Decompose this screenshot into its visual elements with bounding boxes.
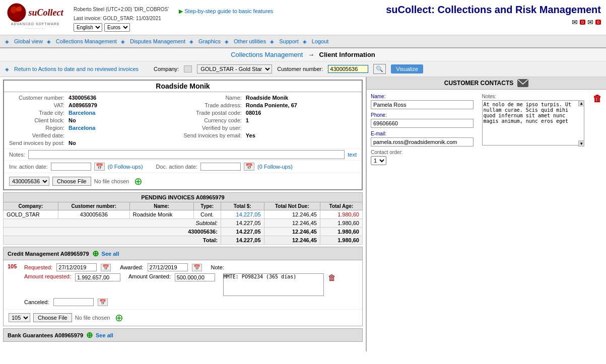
- customer-info-box: Roadside Monik Customer number: 43000563…: [3, 80, 363, 190]
- choose-file-button-2[interactable]: Choose File: [33, 313, 72, 322]
- contact-order-label: Contact order:: [371, 150, 479, 155]
- contact-order-select[interactable]: 1: [371, 156, 386, 165]
- nav-arrow-2: ◈: [47, 39, 51, 44]
- trade-city-value: Barcelona: [69, 110, 179, 116]
- col-company: Company:: [4, 202, 58, 210]
- client-block-label: Client block:: [9, 117, 64, 123]
- guarantees-header: Bank Guarantees A08965979 ⊕ See all: [3, 328, 363, 342]
- guarantees-add-icon[interactable]: ⊕: [86, 330, 93, 340]
- verified-by-user-value: [246, 125, 357, 131]
- contact-notes-textarea[interactable]: At nolo de me ipso turpis. Ut nullam cur…: [482, 100, 585, 145]
- return-link[interactable]: Return to Actions to date and no reviewe…: [14, 66, 139, 72]
- inv-action-date-input[interactable]: [51, 163, 91, 171]
- nav-disputes[interactable]: Disputes Management: [126, 37, 189, 45]
- followup-2[interactable]: (0 Follow-ups): [257, 164, 293, 170]
- contacts-email-icon[interactable]: [517, 79, 528, 87]
- language-select[interactable]: English: [74, 23, 102, 32]
- awarded-calendar[interactable]: 📅: [192, 264, 202, 271]
- customer-fields: Customer number: 430005636 Name: Roadsid…: [4, 92, 362, 149]
- canceled-input[interactable]: [53, 298, 94, 306]
- notes-label: Notes:: [9, 152, 25, 158]
- credit-row: 105 Requested: 📅 Awarded: 📅 Not: [4, 260, 362, 309]
- badge-1: 0: [580, 20, 585, 25]
- grand-total-age: 1.980,60: [320, 236, 362, 245]
- contact-email-input[interactable]: [371, 137, 474, 147]
- logo: suCollect ADVANCED SOFTWARE ..........­.…: [5, 3, 65, 29]
- subtotal-age: 1.980,60: [320, 219, 362, 228]
- calendar-icon-2[interactable]: 📅: [244, 163, 254, 171]
- trade-address-label: Trade address:: [183, 102, 242, 108]
- step-guide[interactable]: ▶ Step-by-step guide to basic features: [179, 8, 273, 15]
- calendar-icon-1[interactable]: 📅: [94, 163, 105, 171]
- requested-input[interactable]: [56, 263, 97, 271]
- trade-city-label: Trade city:: [9, 110, 64, 116]
- amount-requested-input[interactable]: [75, 273, 120, 281]
- credit-delete-icon[interactable]: 🗑: [328, 273, 336, 282]
- subtotal-label: Subtotal:: [4, 219, 221, 228]
- notes-scroll-up[interactable]: ▲: [578, 100, 584, 106]
- credit-see-all[interactable]: See all: [102, 251, 119, 257]
- nav-other-utilities[interactable]: Other utilities: [230, 37, 270, 45]
- credit-header: Credit Management A08965979 ⊕ See all: [4, 247, 362, 260]
- name-value: Roadside Monik: [246, 95, 357, 101]
- customer-box-title: Roadside Monik: [4, 81, 362, 92]
- row-name: Roadside Monik: [129, 210, 193, 219]
- return-icon: ◈: [5, 66, 9, 72]
- file-select-2[interactable]: 105: [9, 313, 30, 322]
- client-block-value: No: [69, 117, 179, 123]
- requested-label: Requested:: [24, 264, 52, 270]
- contact-delete-icon[interactable]: 🗑: [593, 94, 602, 104]
- file-select-1[interactable]: 430005636: [9, 177, 49, 186]
- currency-select[interactable]: Euros: [104, 23, 130, 32]
- col-age: Total Age:: [320, 202, 362, 210]
- breadcrumb-link[interactable]: Collections Management: [231, 51, 303, 58]
- col-name: Name:: [129, 202, 193, 210]
- guarantees-see-all[interactable]: See all: [96, 332, 113, 338]
- upload-icon-2[interactable]: ⊕: [115, 312, 123, 324]
- customer-number-label-grid: Customer number:: [9, 95, 64, 101]
- contact-notes-field: Notes: At nolo de me ipso turpis. Ut nul…: [482, 94, 590, 147]
- requested-calendar[interactable]: 📅: [101, 264, 111, 271]
- region-value: Barcelona: [69, 125, 179, 131]
- contacts-body: 🗑 Name: Phone: E-mail:: [367, 90, 606, 169]
- note-textarea[interactable]: MMTE: PO98234 (365 días): [223, 273, 324, 296]
- amount-granted-input[interactable]: [175, 273, 215, 281]
- awarded-input[interactable]: [148, 263, 188, 271]
- customer-total-total: 14.227,05: [221, 228, 264, 236]
- canceled-calendar[interactable]: 📅: [98, 299, 108, 306]
- left-panel: Roadside Monik Customer number: 43000563…: [0, 77, 367, 351]
- nav-logout[interactable]: Logout: [308, 37, 333, 45]
- upload-icon-1[interactable]: ⊕: [134, 175, 143, 187]
- nav-support[interactable]: Support: [275, 37, 303, 45]
- breadcrumb-current: Client Information: [319, 51, 375, 58]
- search-button[interactable]: 🔍: [373, 64, 386, 74]
- guide-text: Step-by-step guide to basic features: [184, 8, 273, 14]
- customer-total-row: 430005636: 14.227,05 12.246,45 1.980,60: [4, 228, 363, 236]
- text-button[interactable]: text: [348, 152, 357, 158]
- company-select[interactable]: GOLD_STAR - Gold Star: [197, 64, 272, 74]
- nav-global-view[interactable]: Global view: [10, 37, 47, 45]
- credit-title: Credit Management A08965979: [8, 251, 89, 257]
- choose-file-button-1[interactable]: Choose File: [52, 177, 91, 186]
- customer-number-input[interactable]: [328, 65, 368, 73]
- visualize-button[interactable]: Visualize: [391, 64, 423, 74]
- contacts-title: CUSTOMER CONTACTS: [444, 80, 514, 87]
- nav-graphics[interactable]: Graphics: [194, 37, 225, 45]
- notes-scroll-down[interactable]: ▼: [578, 140, 584, 147]
- pending-invoices-header: PENDING INVOICES A08965979: [3, 192, 363, 202]
- doc-action-date-input[interactable]: [200, 163, 241, 171]
- contact-phone-input[interactable]: [371, 119, 474, 128]
- send-email-value: Yes: [246, 132, 357, 138]
- notes-input[interactable]: [28, 150, 345, 159]
- envelope-icon-2[interactable]: ✉: [587, 18, 593, 26]
- note-label: Note:: [211, 264, 224, 270]
- subtotal-total: 14.227,05: [221, 219, 264, 228]
- followup-1[interactable]: (0 Follow-ups): [108, 164, 143, 170]
- guarantees-title: Bank Guarantees A08965979: [8, 332, 83, 338]
- credit-add-icon[interactable]: ⊕: [92, 249, 99, 258]
- amount-requested-label: Amount requested:: [24, 273, 71, 279]
- contact-name-input[interactable]: [371, 100, 474, 109]
- nav-collections[interactable]: Collections Management: [52, 37, 121, 45]
- envelope-icon[interactable]: ✉: [572, 18, 578, 26]
- user-name: Roberto Steel (UTC+2:00) 'DIR_COBROS': [74, 5, 169, 14]
